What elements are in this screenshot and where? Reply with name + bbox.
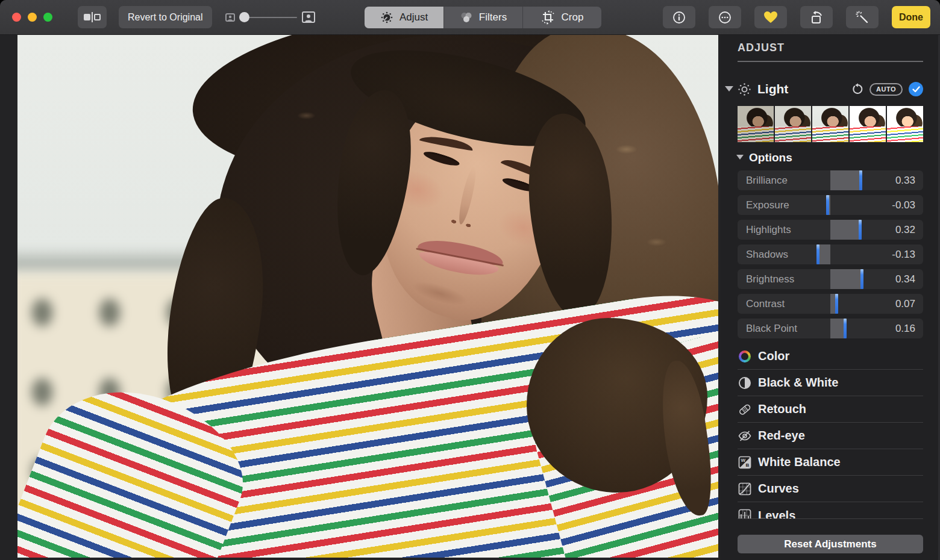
slider-value: 0.33 [895,175,915,187]
levels-icon [738,509,752,519]
half-filled-circle-icon [738,377,752,389]
tab-filters[interactable]: Filters [443,7,522,28]
compare-icon [84,12,101,22]
zoom-control [225,11,315,23]
options-header[interactable]: Options [738,151,923,165]
section-retouch[interactable]: Retouch [738,396,923,423]
light-strength-thumbnail[interactable] [775,106,811,142]
light-strength-thumbnail[interactable] [738,106,774,142]
slider-handle[interactable] [859,170,862,190]
tab-crop-label: Crop [562,11,584,23]
auto-enhance-button[interactable] [846,6,879,28]
edit-mode-tabs: Adjust Filters [365,7,601,28]
curves-icon [738,482,752,496]
rotate-button[interactable] [800,6,833,28]
slider-value: 0.32 [895,224,915,236]
slider-handle[interactable] [835,294,838,314]
slider-value: 0.07 [895,298,915,310]
slider-highlights[interactable]: Highlights 0.32 [738,220,923,240]
section-levels[interactable]: Levels [738,502,923,519]
sidebar-title: ADJUST [738,42,923,54]
tab-adjust-label: Adjust [400,11,428,23]
section-black-and-white[interactable]: Black & White [738,370,923,396]
color-wheel-icon [738,350,752,362]
slider-value: -0.13 [892,249,915,261]
reset-adjustments-button[interactable]: Reset Adjustments [738,535,923,553]
fullscreen-button[interactable] [43,13,52,22]
photo-canvas-area [0,35,721,560]
slider-handle[interactable] [860,269,863,289]
rotate-icon [809,10,824,25]
section-color[interactable]: Color [738,343,923,370]
compare-original-button[interactable] [78,6,107,28]
section-white-balance[interactable]: W B White Balance [738,449,923,476]
tab-crop[interactable]: Crop [522,7,601,28]
slider-value: -0.03 [892,199,915,211]
favorite-button[interactable] [754,6,787,28]
edited-photo [17,35,718,558]
more-icon [718,11,732,24]
toolbar-actions: Done [663,6,930,28]
light-strength-thumbnail[interactable] [812,106,848,142]
undo-icon[interactable] [851,83,863,95]
adjust-dial-icon [380,10,394,25]
light-strength-thumbnail[interactable] [887,106,923,142]
info-button[interactable] [663,6,695,28]
slider-brightness[interactable]: Brightness 0.34 [738,269,923,289]
slider-exposure[interactable]: Exposure -0.03 [738,195,923,215]
minimize-button[interactable] [28,13,37,22]
disclosure-down-icon[interactable] [736,155,744,160]
auto-button[interactable]: AUTO [870,83,903,96]
zoom-slider-knob[interactable] [239,12,249,22]
section-curves[interactable]: Curves [738,476,923,502]
light-sliders: Brilliance 0.33 Exposure -0.03 Highlight… [738,170,923,338]
crop-rotate-icon [540,10,556,25]
light-strength-thumbnail[interactable] [850,106,886,142]
section-light[interactable]: Light AUTO [738,80,923,98]
photos-edit-window: Revert to Original A [0,0,940,560]
light-enabled-checkbox[interactable] [909,82,923,96]
close-button[interactable] [12,13,21,22]
slider-handle[interactable] [826,195,829,215]
sun-icon [738,82,751,96]
light-strength-strip [738,106,923,142]
divider [738,61,923,62]
svg-text:B: B [746,462,750,468]
options-label: Options [749,151,792,164]
tab-adjust[interactable]: Adjust [365,7,443,28]
traffic-lights [12,13,52,22]
slider-shadows[interactable]: Shadows -0.13 [738,244,923,264]
more-button[interactable] [709,6,741,28]
slider-handle[interactable] [859,220,862,240]
slider-brilliance[interactable]: Brilliance 0.33 [738,170,923,190]
auto-enhance-wand-icon [855,10,870,25]
favorite-heart-icon [763,11,778,23]
slider-value: 0.16 [895,323,915,335]
zoom-slider[interactable] [240,17,297,18]
revert-button[interactable]: Revert to Original [119,6,212,28]
toolbar: Revert to Original A [0,0,940,35]
svg-text:W: W [741,458,746,463]
adjust-sidebar: ADJUST Light AUTO [721,35,940,560]
section-red-eye[interactable]: Red-eye [738,423,923,449]
slider-black-point[interactable]: Black Point 0.16 [738,319,923,338]
bandage-icon [738,402,752,417]
slider-contrast[interactable]: Contrast 0.07 [738,294,923,314]
zoom-in-thumbnail-icon [302,11,315,23]
slider-handle[interactable] [816,244,819,264]
adjustment-sections: Color Black & White [738,343,923,519]
eye-slash-icon [738,429,752,443]
tab-filters-label: Filters [479,11,507,23]
slider-value: 0.34 [895,273,915,285]
slider-handle[interactable] [844,319,847,338]
white-balance-icon: W B [738,456,752,469]
filters-circles-icon [459,10,474,25]
zoom-out-thumbnail-icon [225,13,235,22]
done-button[interactable]: Done [892,6,930,28]
disclosure-down-icon[interactable] [725,86,733,92]
info-icon [672,11,686,24]
light-section-label: Light [757,82,788,96]
